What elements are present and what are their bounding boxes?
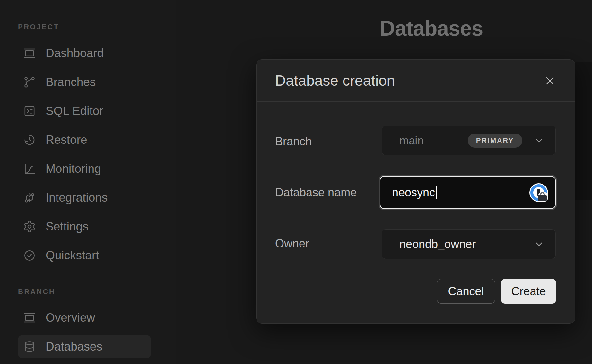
sidebar: PROJECT Dashboard Branches SQL Editor Re… xyxy=(0,0,176,364)
chevron-down-icon xyxy=(534,135,544,146)
sidebar-item-branches[interactable]: Branches xyxy=(18,71,151,94)
sidebar-item-quickstart[interactable]: Quickstart xyxy=(18,244,151,267)
sidebar-item-label: Quickstart xyxy=(46,249,99,262)
branch-select-value: main xyxy=(399,134,424,147)
owner-select[interactable]: neondb_owner xyxy=(382,229,556,259)
sync-arrows-icon xyxy=(23,191,36,204)
page-title: Databases xyxy=(380,18,483,39)
project-nav: Dashboard Branches SQL Editor Restore Mo xyxy=(18,42,151,273)
sidebar-item-label: Settings xyxy=(46,220,89,233)
chevron-down-icon xyxy=(534,239,544,250)
sidebar-item-databases[interactable]: Databases xyxy=(18,335,151,358)
sidebar-item-label: Databases xyxy=(46,340,102,353)
database-icon xyxy=(23,340,36,353)
branch-select[interactable]: main PRIMARY xyxy=(382,126,556,155)
owner-field-label: Owner xyxy=(275,238,309,249)
sidebar-item-label: Monitoring xyxy=(46,162,101,176)
sidebar-item-label: Overview xyxy=(46,311,95,325)
sidebar-item-label: Branches xyxy=(46,75,96,89)
modal-header: Database creation xyxy=(257,60,575,102)
check-circle-icon xyxy=(23,249,36,262)
chart-curve-icon xyxy=(23,162,36,175)
sidebar-section-project: PROJECT xyxy=(18,23,59,31)
gear-icon xyxy=(23,220,36,233)
history-icon xyxy=(23,134,36,146)
sidebar-item-sql-editor[interactable]: SQL Editor xyxy=(18,100,151,123)
onepassword-icon[interactable] xyxy=(529,183,548,202)
sql-terminal-icon xyxy=(23,105,36,117)
sidebar-item-restore[interactable]: Restore xyxy=(18,128,151,152)
window-icon xyxy=(23,311,36,324)
database-creation-modal: Database creation Branch main PRIMARY Da… xyxy=(256,59,575,324)
modal-title: Database creation xyxy=(275,72,395,89)
git-branch-icon xyxy=(23,76,36,89)
create-button[interactable]: Create xyxy=(501,279,556,304)
database-name-field-label: Database name xyxy=(275,187,357,198)
sidebar-item-overview[interactable]: Overview xyxy=(18,306,151,329)
text-caret xyxy=(436,186,437,199)
sidebar-section-branch: BRANCH xyxy=(18,288,55,296)
primary-badge: PRIMARY xyxy=(468,134,522,148)
sidebar-item-label: Restore xyxy=(46,133,87,147)
database-name-value: neosync xyxy=(392,186,435,199)
cancel-button[interactable]: Cancel xyxy=(437,279,495,304)
lock-body xyxy=(538,195,547,201)
database-name-input[interactable]: neosync xyxy=(380,176,556,209)
sidebar-item-label: Dashboard xyxy=(46,47,104,60)
sidebar-item-settings[interactable]: Settings xyxy=(18,215,151,238)
owner-select-value: neondb_owner xyxy=(399,238,476,251)
branch-field-label: Branch xyxy=(275,136,312,147)
sidebar-item-dashboard[interactable]: Dashboard xyxy=(18,42,151,65)
close-icon[interactable] xyxy=(544,74,556,87)
sidebar-item-monitoring[interactable]: Monitoring xyxy=(18,157,151,180)
branch-nav: Overview Databases xyxy=(18,306,151,364)
sidebar-item-label: Integrations xyxy=(46,191,108,204)
sidebar-item-label: SQL Editor xyxy=(46,104,103,118)
sidebar-item-integrations[interactable]: Integrations xyxy=(18,186,151,209)
window-icon xyxy=(23,47,36,60)
